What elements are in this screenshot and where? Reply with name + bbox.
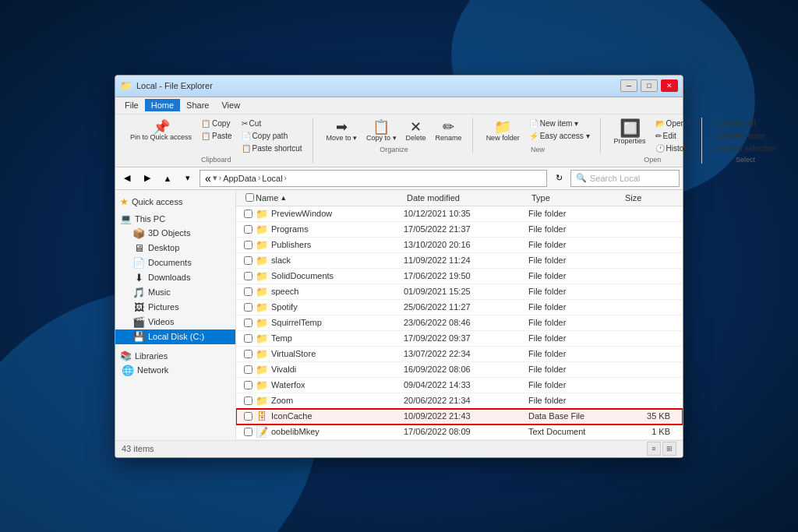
file-type: File folder xyxy=(528,302,622,312)
invert-selection-button[interactable]: ⊞Invert selection xyxy=(711,143,779,154)
row-checkbox[interactable] xyxy=(244,272,252,280)
file-row[interactable]: 🗄 IconCache 10/09/2022 21:43 Data Base F… xyxy=(236,409,683,425)
file-row[interactable]: 📁 speech 01/09/2021 15:25 File folder xyxy=(236,284,683,300)
details-view-button[interactable]: ≡ xyxy=(647,442,661,456)
file-date: 20/06/2022 21:34 xyxy=(404,396,528,405)
row-checkbox[interactable] xyxy=(244,241,252,249)
item-count: 43 items xyxy=(122,444,154,453)
file-row[interactable]: 📁 SquirrelTemp 23/06/2022 08:46 File fol… xyxy=(236,315,683,331)
menu-view[interactable]: View xyxy=(215,99,246,111)
file-name-cell: 📝 oobelibMkey xyxy=(242,425,404,439)
path-segment-appdata: AppData xyxy=(223,174,256,183)
row-checkbox[interactable] xyxy=(244,225,252,234)
col-header-name[interactable]: Name ▲ xyxy=(242,192,404,204)
refresh-button[interactable]: ↻ xyxy=(550,171,567,186)
sidebar-item-documents[interactable]: 📄 Documents xyxy=(115,255,235,270)
file-icon: 📁 xyxy=(256,317,268,329)
select-all-checkbox[interactable] xyxy=(245,193,254,202)
row-checkbox[interactable] xyxy=(244,334,252,343)
ribbon-group-organize: ➡ Move to ▾ 📋 Copy to ▾ ✕ Delete ✏ Renam… xyxy=(316,118,473,153)
file-list: Name ▲ Date modified Type Size 📁 Preview… xyxy=(236,190,683,440)
file-icon: 📁 xyxy=(256,255,268,266)
sidebar-item-desktop[interactable]: 🖥 Desktop xyxy=(115,241,235,255)
desktop-icon: 🖥 xyxy=(132,242,145,254)
paste-button[interactable]: 📋Paste xyxy=(197,130,236,142)
large-icons-view-button[interactable]: ⊞ xyxy=(662,442,676,456)
file-row[interactable]: 📁 PreviewWindow 10/12/2021 10:35 File fo… xyxy=(236,206,683,222)
row-checkbox[interactable] xyxy=(244,287,252,296)
recent-button[interactable]: ▾ xyxy=(179,171,196,186)
row-checkbox[interactable] xyxy=(244,428,252,436)
file-row[interactable]: 📁 slack 11/09/2022 11:24 File folder xyxy=(236,253,683,269)
history-button[interactable]: 🕐History xyxy=(651,143,695,154)
file-row[interactable]: 📁 Zoom 20/06/2022 21:34 File folder xyxy=(236,393,683,409)
file-type: Text Document xyxy=(528,427,622,436)
row-checkbox[interactable] xyxy=(244,256,252,265)
cut-button[interactable]: ✂Cut xyxy=(238,118,306,129)
row-checkbox[interactable] xyxy=(244,350,252,358)
forward-button[interactable]: ▶ xyxy=(139,171,156,186)
copy-path-button[interactable]: 📄Copy path xyxy=(238,130,306,142)
sidebar-item-network[interactable]: 🌐 Network xyxy=(115,363,235,378)
copy-to-button[interactable]: 📋 Copy to ▾ xyxy=(362,118,401,144)
edit-button[interactable]: ✏Edit xyxy=(651,130,695,142)
sidebar-item-3d-objects[interactable]: 📦 3D Objects xyxy=(115,226,235,241)
file-row[interactable]: 📁 Vivaldi 16/09/2022 08:06 File folder xyxy=(236,362,683,378)
quick-access-header[interactable]: ★ Quick access xyxy=(115,195,235,209)
new-item-button[interactable]: 📄New item ▾ xyxy=(525,118,594,129)
delete-button[interactable]: ✕ Delete xyxy=(402,118,430,144)
sidebar-item-downloads[interactable]: ⬇ Downloads xyxy=(115,270,235,285)
up-button[interactable]: ▲ xyxy=(159,171,176,186)
file-row[interactable]: 📝 oobelibMkey 17/06/2022 08:09 Text Docu… xyxy=(236,425,683,440)
menu-file[interactable]: File xyxy=(118,99,145,111)
sidebar-item-videos[interactable]: 🎬 Videos xyxy=(115,315,235,329)
file-type: File folder xyxy=(528,318,622,327)
select-none-button[interactable]: ☐Select none xyxy=(711,130,779,142)
file-row[interactable]: 📁 Publishers 13/10/2020 20:16 File folde… xyxy=(236,238,683,253)
sidebar-item-local-disk[interactable]: 💾 Local Disk (C:) xyxy=(115,329,235,344)
this-pc-header[interactable]: 💻 This PC xyxy=(115,212,235,226)
local-disk-icon: 💾 xyxy=(132,331,145,343)
move-to-button[interactable]: ➡ Move to ▾ xyxy=(323,118,362,144)
file-row[interactable]: 📁 SolidDocuments 17/06/2022 19:50 File f… xyxy=(236,269,683,284)
back-button[interactable]: ◀ xyxy=(118,171,136,186)
minimize-button[interactable]: ─ xyxy=(620,79,637,92)
easy-access-button[interactable]: ⚡Easy access ▾ xyxy=(525,130,594,142)
properties-button[interactable]: 🔲 Properties xyxy=(610,118,650,147)
pin-to-quick-access-button[interactable]: 📌 Pin to Quick access xyxy=(126,118,196,144)
file-name-cell: 📁 slack xyxy=(242,254,404,267)
sidebar-item-pictures[interactable]: 🖼 Pictures xyxy=(115,300,235,315)
file-row[interactable]: 📁 Spotify 25/06/2022 11:27 File folder xyxy=(236,300,683,315)
music-icon: 🎵 xyxy=(132,287,145,298)
row-checkbox[interactable] xyxy=(244,365,252,374)
file-row[interactable]: 📁 VirtualStore 13/07/2022 22:34 File fol… xyxy=(236,347,683,362)
row-checkbox[interactable] xyxy=(244,210,252,218)
row-checkbox[interactable] xyxy=(244,319,252,327)
file-row[interactable]: 📁 Programs 17/05/2022 21:37 File folder xyxy=(236,222,683,238)
sidebar-item-music[interactable]: 🎵 Music xyxy=(115,285,235,300)
row-checkbox[interactable] xyxy=(244,412,252,421)
open-button[interactable]: 📂Open ▾ xyxy=(651,118,695,129)
search-box[interactable]: 🔍 Search Local xyxy=(570,170,680,187)
col-header-type[interactable]: Type xyxy=(528,192,622,204)
new-folder-button[interactable]: 📁 New folder xyxy=(482,118,524,144)
copy-button[interactable]: 📋Copy xyxy=(197,118,236,129)
row-checkbox[interactable] xyxy=(244,396,252,405)
close-button[interactable]: ✕ xyxy=(661,79,678,92)
row-checkbox[interactable] xyxy=(244,381,252,389)
menu-share[interactable]: Share xyxy=(180,99,215,111)
col-header-size[interactable]: Size xyxy=(622,192,676,204)
maximize-button[interactable]: □ xyxy=(641,79,658,92)
file-date: 17/05/2022 21:37 xyxy=(404,224,528,234)
file-icon: 📁 xyxy=(256,239,268,251)
paste-shortcut-button[interactable]: 📋Paste shortcut xyxy=(238,143,306,154)
menu-home[interactable]: Home xyxy=(145,99,180,111)
file-row[interactable]: 📁 Temp 17/09/2022 09:37 File folder xyxy=(236,331,683,347)
address-path[interactable]: « ▾ › AppData › Local › xyxy=(200,170,547,187)
select-all-button[interactable]: ☑Select all xyxy=(711,118,779,129)
file-row[interactable]: 📁 Waterfox 09/04/2022 14:33 File folder xyxy=(236,378,683,393)
row-checkbox[interactable] xyxy=(244,303,252,312)
rename-button[interactable]: ✏ Rename xyxy=(432,118,466,144)
col-header-date[interactable]: Date modified xyxy=(404,192,528,204)
libraries-header[interactable]: 📚 Libraries xyxy=(115,349,235,363)
